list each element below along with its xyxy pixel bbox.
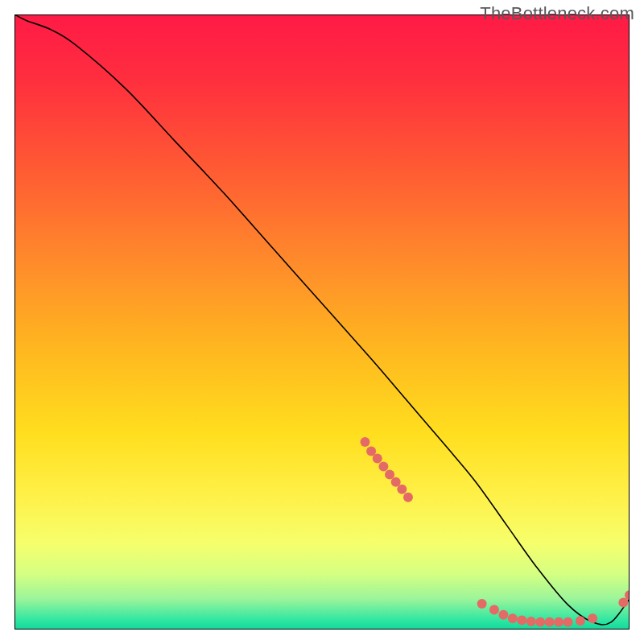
watermark-text: TheBottleneck.com [480,3,634,24]
marker-point [385,469,394,479]
marker-point [535,617,545,627]
marker-point [378,462,388,472]
marker-point [391,477,401,487]
curve-layer [14,14,630,630]
marker-point [403,493,413,502]
marker-point [554,617,564,627]
chart-container: TheBottleneck.com [0,0,644,644]
marker-point [545,617,555,627]
marker-point [498,610,508,620]
marker-point [564,617,573,627]
marker-point [366,446,376,456]
marker-point [517,616,526,625]
bottleneck-curve [14,14,630,625]
marker-point [508,613,518,623]
plot-area [14,14,630,630]
marker-point [477,599,487,609]
marker-point [489,605,499,615]
markers-group [360,437,630,627]
marker-point [526,617,536,626]
marker-point [576,616,585,625]
marker-point [618,597,628,607]
marker-point [397,485,407,494]
marker-point [588,613,597,623]
marker-point [360,437,369,447]
marker-point [373,454,382,464]
